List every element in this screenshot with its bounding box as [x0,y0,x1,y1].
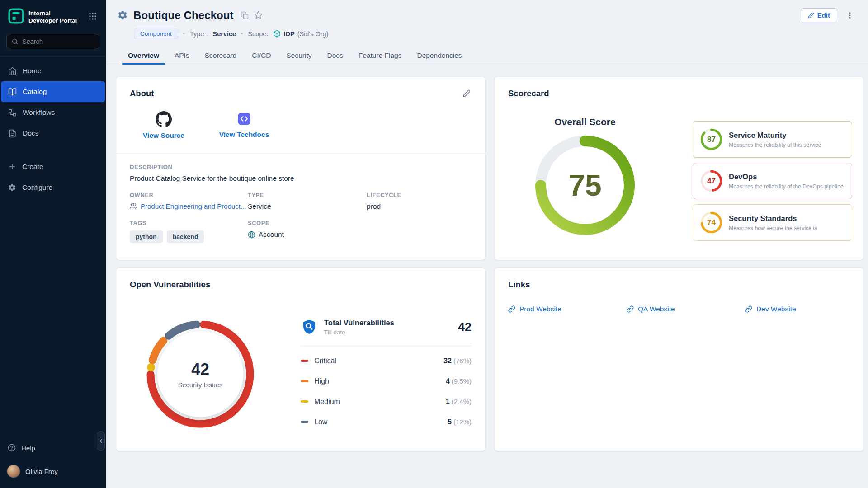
score-pill-desc: Measures the reliability of the DevOps p… [729,183,844,190]
score-pill[interactable]: 87 Service Maturity Measures the reliabi… [693,121,852,158]
severity-list: Critical 32(76%) High 4(9.5%) [301,351,472,432]
scorecard-card: Scorecard Overall Score [494,76,864,260]
score-pills: 87 Service Maturity Measures the reliabi… [693,121,852,241]
lifecycle-value: prod [367,202,472,211]
component-badge: Component [134,28,178,39]
sidebar-item-label: Configure [22,183,52,192]
harness-logo-icon[interactable] [8,8,24,26]
about-card: About View Source View Techdocs [116,76,486,260]
overall-score-donut: 75 [531,131,639,239]
page-content: About View Source View Techdocs [106,65,868,451]
tab-docs[interactable]: Docs [321,47,349,65]
apps-grid-icon[interactable] [87,10,99,23]
help-label: Help [21,444,35,452]
sidebar-item-create[interactable]: Create [1,156,105,177]
tab-security[interactable]: Security [281,47,318,65]
score-pill[interactable]: 47 DevOps Measures the reliability of th… [693,163,852,199]
link-prod-website[interactable]: Prod Website [508,305,627,313]
tab-cicd[interactable]: CI/CD [246,47,277,65]
search-icon [12,38,18,45]
severity-dash [301,360,308,362]
scope-label: Scope: [248,30,268,38]
app-title: Internal Developer Portal [28,10,77,24]
sidebar-divider [0,56,106,57]
sidebar: Internal Developer Portal Home Catalog [0,0,106,488]
link-qa-website[interactable]: QA Website [627,305,745,313]
scope-field-label: SCOPE [248,220,367,226]
links-row: Prod Website QA Website Dev Website [495,290,863,313]
chevron-left-icon [98,438,104,444]
tab-overview[interactable]: Overview [122,47,165,65]
shield-search-icon [301,319,318,336]
score-pill-desc: Measures how secure the service is [729,225,817,231]
sidebar-item-configure[interactable]: Configure [1,177,105,198]
search-input[interactable] [22,38,94,45]
sidebar-item-workflows[interactable]: Workflows [1,102,105,123]
score-pill-value: 74 [700,211,722,234]
sidebar-item-docs[interactable]: Docs [1,123,105,144]
about-fields: DESCRIPTION Product Catalog Service for … [116,154,485,252]
sidebar-collapse-handle[interactable] [97,431,105,451]
description-label: DESCRIPTION [130,164,472,170]
scope-org: (Sid's Org) [297,30,329,38]
description-value: Product Catalog Service for the boutique… [130,174,472,183]
score-pill-name: DevOps [729,173,844,181]
more-options-icon[interactable] [844,10,855,21]
sidebar-item-label: Docs [23,129,38,137]
severity-dash [301,400,308,403]
view-techdocs-link[interactable]: View Techdocs [210,111,278,140]
cube-icon [273,30,281,38]
about-edit-icon[interactable] [462,89,472,99]
link-dev-website[interactable]: Dev Website [745,305,863,313]
home-icon [8,67,17,75]
help-button[interactable]: Help [0,438,106,457]
about-title: About [130,89,154,99]
total-vulnerabilities-row: Total Vulnerabilities Till date 42 [301,319,472,346]
score-pill-name: Security Standards [729,214,817,223]
sidebar-bottom: Help Olivia Frey [0,438,106,488]
edit-button[interactable]: Edit [801,8,837,22]
vuln-donut-center: 42 Security Issues [157,331,243,417]
links-title: Links [508,280,530,290]
score-pill-value: 47 [700,170,722,192]
star-icon[interactable] [253,9,264,21]
techdocs-icon [236,111,252,127]
app-root: Internal Developer Portal Home Catalog [0,0,868,488]
severity-dash [301,380,308,382]
docs-icon [8,129,17,138]
gear-icon [8,183,16,192]
links-card: Links Prod Website QA Website [494,267,864,451]
till-date-label: Till date [324,329,394,336]
tab-scorecard[interactable]: Scorecard [199,47,243,65]
copy-icon[interactable] [239,10,250,21]
sidebar-actions: Create Configure [0,156,106,198]
owner-link[interactable]: Product Engineering and Product... [130,202,248,210]
sidebar-item-label: Catalog [23,88,47,96]
sidebar-item-label: Create [22,163,43,171]
link-icon [508,305,515,313]
sidebar-item-catalog[interactable]: Catalog [1,81,105,102]
sidebar-header: Internal Developer Portal [0,0,106,31]
main-area: Boutique Checkout Edit Component • Type … [106,0,868,488]
view-source-link[interactable]: View Source [130,111,198,140]
header-actions: Edit [801,8,855,22]
tab-apis[interactable]: APIs [169,47,195,65]
globe-icon [248,231,255,239]
sidebar-search[interactable] [6,34,99,49]
tab-dependencies[interactable]: Dependencies [411,47,468,65]
sidebar-item-home[interactable]: Home [1,61,105,81]
type-field-value: Service [248,202,367,211]
page-header: Boutique Checkout Edit [106,0,868,22]
overall-score-value: 75 [531,131,639,239]
breadcrumb-separator: • [183,31,185,37]
overall-score-label: Overall Score [554,117,615,127]
link-icon [745,305,752,313]
tab-feature-flags[interactable]: Feature Flags [353,47,408,65]
score-pill-value: 87 [700,128,722,150]
score-pill[interactable]: 74 Security Standards Measures how secur… [693,204,852,241]
vulnerability-stats: Total Vulnerabilities Till date 42 Criti… [301,319,472,432]
users-icon [130,202,137,210]
owner-label: OWNER [130,192,248,198]
tab-bar: Overview APIs Scorecard CI/CD Security D… [106,47,868,65]
user-menu[interactable]: Olivia Frey [0,457,106,488]
